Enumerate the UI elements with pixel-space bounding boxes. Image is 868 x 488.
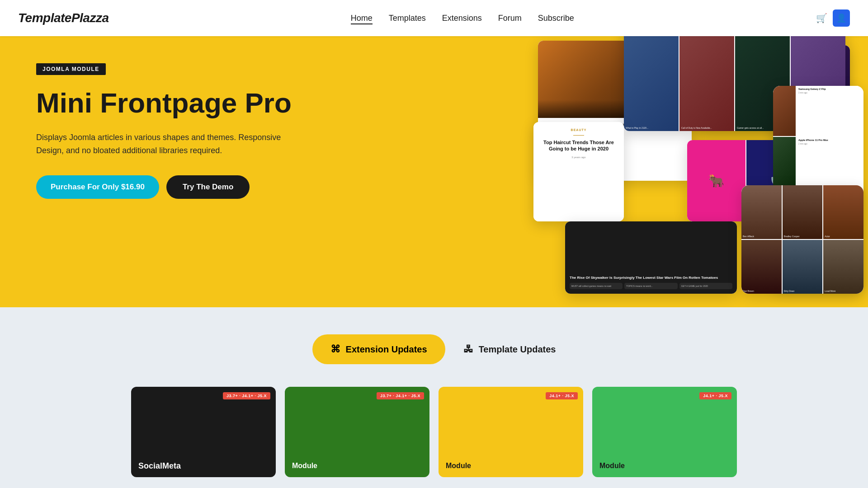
nav-link-extensions[interactable]: Extensions [442, 14, 482, 23]
nav-item-home[interactable]: Home [351, 14, 373, 23]
product-badge-1: J3.7+ · J4.1+ · J5.X [223, 392, 270, 399]
product-title-1: SocialMeta [138, 461, 181, 471]
card-e-title: The Rise Of Skywalker Is Surprisingly Th… [570, 276, 732, 280]
nav-item-forum[interactable]: Forum [498, 14, 522, 23]
portrait-4: Dan Brown [741, 240, 782, 294]
mockup-card-e: The Rise Of Skywalker Is Surprisingly Th… [565, 221, 737, 294]
nav-link-templates[interactable]: Templates [389, 14, 426, 23]
product-card-4[interactable]: J4.1+ · J5.X Module [592, 387, 737, 477]
mock-row-text-1: Samsung Galaxy Z Flip 3 min ago [797, 86, 863, 136]
nav-item-extensions[interactable]: Extensions [442, 14, 482, 23]
product-card-2[interactable]: J3.7+ · J4.1+ · J5.X Module [285, 387, 429, 477]
lower-buttons: ⌘ Extension Updates 🖧 Template Updates [18, 334, 850, 364]
mock-bull-cell: 🐂 [687, 140, 745, 221]
card-e-cell-2: TOPICS means no word... [624, 283, 677, 289]
portrait-1: Ben Affleck [741, 185, 782, 239]
card-b-title: Top Haircut Trends Those Are Going to be… [539, 139, 618, 152]
hero-section: JOOMLA MODULE Mini Frontpage Pro Display… [0, 0, 868, 307]
card-e-cell-3: GET A GAME just for 2020 [679, 283, 732, 289]
template-updates-button[interactable]: 🖧 Template Updates [463, 343, 556, 355]
mock-row-1: Samsung Galaxy Z Flip 3 min ago [773, 86, 863, 136]
extension-updates-button[interactable]: ⌘ Extension Updates [312, 334, 445, 364]
mock-row-2: Apple iPhone 11 Pro Max 2 min ago [773, 137, 863, 187]
hero-content: JOOMLA MODULE Mini Frontpage Pro Display… [0, 36, 316, 226]
product-badge: JOOMLA MODULE [36, 63, 106, 75]
mock-row-img-2 [773, 137, 796, 187]
cmd-icon: ⌘ [330, 343, 340, 355]
mock-row-text-2: Apple iPhone 11 Pro Max 2 min ago [797, 137, 863, 187]
mock-row-img-1 [773, 86, 796, 136]
nav-icons: 🛒 👤 [816, 9, 850, 27]
product-card-1[interactable]: J3.7+ · J4.1+ · J5.X SocialMeta [131, 387, 276, 477]
hero-images: SpaceX Successfully Blows Up Rocket To T… [533, 5, 868, 303]
hero-title: Mini Frontpage Pro [36, 88, 298, 118]
nav-link-forum[interactable]: Forum [498, 14, 522, 23]
product-title-3: Module [446, 462, 471, 470]
navbar: TemplatePlazza Home Templates Extensions… [0, 0, 868, 36]
purchase-button[interactable]: Purchase For Only $16.90 [36, 175, 159, 199]
portrait-2: Bradley Cooper [783, 185, 823, 239]
bull-icon: 🐂 [708, 174, 724, 188]
hero-description: Displays Joomla articles in various shap… [36, 131, 298, 157]
portrait-3: Actor [823, 185, 863, 239]
cart-button[interactable]: 🛒 [816, 13, 827, 23]
lower-section: ⌘ Extension Updates 🖧 Template Updates J… [0, 307, 868, 488]
hero-buttons: Purchase For Only $16.90 Try The Demo [36, 175, 298, 199]
product-cards: J3.7+ · J4.1+ · J5.X SocialMeta J3.7+ · … [18, 387, 850, 477]
mockup-grid: SpaceX Successfully Blows Up Rocket To T… [533, 5, 868, 303]
nav-link-home[interactable]: Home [351, 14, 373, 24]
cell-label-1: What to Play in 2120... [626, 127, 677, 129]
product-badge-3: J4.1+ · J5.X [546, 392, 578, 399]
product-title-4: Module [599, 462, 625, 470]
template-icon: 🖧 [463, 343, 473, 355]
card-e-cell-1: MUST will collect games means no wait [570, 283, 623, 289]
card-b-content: BEAUTY Top Haircut Trends Those Are Goin… [533, 122, 624, 221]
mockup-card-b: BEAUTY Top Haircut Trends Those Are Goin… [533, 122, 624, 221]
template-updates-label: Template Updates [479, 344, 556, 355]
nav-link-subscribe[interactable]: Subscribe [538, 14, 574, 23]
portrait-5: Dirty Dean [783, 240, 823, 294]
nav-item-subscribe[interactable]: Subscribe [538, 14, 574, 23]
mockup-card-f: Ben Affleck Bradley Cooper Actor Dan Bro… [741, 185, 863, 294]
portrait-6: Load More [823, 240, 863, 294]
site-logo[interactable]: TemplatePlazza [18, 11, 108, 25]
cell-label-2: Call of Duty is Now Available... [681, 127, 732, 129]
product-title-2: Module [292, 462, 317, 470]
card-b-category: BEAUTY [539, 128, 618, 131]
product-badge-4: J4.1+ · J5.X [699, 392, 731, 399]
card-b-date: 3 years ago [539, 156, 618, 159]
nav-item-templates[interactable]: Templates [389, 14, 426, 23]
product-card-3[interactable]: J4.1+ · J5.X Module [439, 387, 583, 477]
nav-links: Home Templates Extensions Forum Subscrib… [351, 14, 574, 23]
extension-updates-label: Extension Updates [346, 344, 427, 355]
card-b-separator [573, 135, 584, 136]
product-badge-2: J3.7+ · J4.1+ · J5.X [377, 392, 424, 399]
card-e-row: MUST will collect games means no wait TO… [570, 283, 732, 289]
user-button[interactable]: 👤 [833, 9, 850, 27]
demo-button[interactable]: Try The Demo [166, 175, 250, 199]
